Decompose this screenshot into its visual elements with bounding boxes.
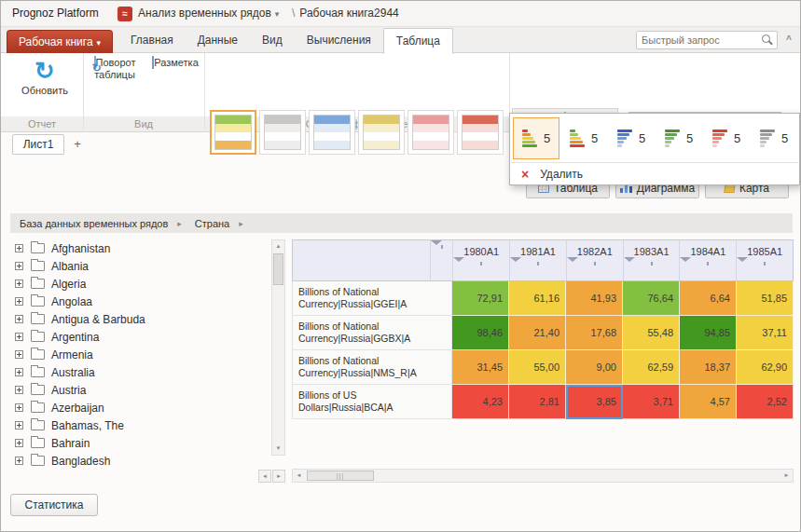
filter-icon[interactable] <box>680 257 736 266</box>
expand-icon[interactable] <box>15 262 23 270</box>
row-header[interactable]: Billions of NationalCurrency|Russia|NMS_… <box>292 350 430 385</box>
scroll-left-icon[interactable]: ◄ <box>293 470 305 482</box>
table-horizontal-scrollbar[interactable]: ◄ ||| ► <box>292 469 794 483</box>
data-cell[interactable]: 9,00 <box>566 350 623 385</box>
filter-icon[interactable] <box>567 257 623 266</box>
data-cell[interactable]: 55,48 <box>623 316 680 350</box>
column-header-1982[interactable]: 1982A1 <box>566 240 623 280</box>
row-header[interactable]: Billions of NationalCurrency|Russia|GGBX… <box>292 316 430 350</box>
table-style-option-6[interactable] <box>457 110 504 155</box>
layout-button[interactable]: Разметка <box>148 57 202 69</box>
tree-scroll-right-icon[interactable]: ► <box>272 470 285 483</box>
breadcrumb-arrow-icon[interactable]: ▸ <box>235 219 247 228</box>
data-cell[interactable]: 2,52 <box>737 385 794 419</box>
breadcrumb-arrow-icon[interactable]: ▸ <box>173 219 186 228</box>
expand-icon[interactable] <box>15 457 23 465</box>
filter-icon[interactable] <box>453 257 509 266</box>
scrollbar-thumb[interactable] <box>273 253 283 285</box>
data-cell[interactable]: 55,00 <box>509 350 566 385</box>
data-cell[interactable]: 2,81 <box>509 385 566 419</box>
data-cell[interactable]: 94,85 <box>680 316 737 350</box>
breadcrumb-item-country[interactable]: Страна <box>186 218 235 229</box>
color-scale-option-5[interactable]: 5 <box>703 117 750 159</box>
expand-icon[interactable] <box>15 403 23 412</box>
data-cell[interactable]: 31,45 <box>452 350 509 385</box>
add-sheet-button[interactable]: + <box>66 134 89 155</box>
column-header-1980[interactable]: 1980A1 <box>452 240 509 280</box>
expand-icon[interactable] <box>15 315 23 323</box>
tab-vychisleniya[interactable]: Вычисления <box>295 28 383 53</box>
filter-icon[interactable] <box>431 240 452 249</box>
collapse-ribbon-icon[interactable]: ^ <box>782 34 795 47</box>
scroll-right-icon[interactable]: ► <box>780 470 793 482</box>
column-header-1983[interactable]: 1983A1 <box>623 240 680 280</box>
tree-item-afghanistan[interactable]: Afghanistan <box>10 239 269 257</box>
data-cell[interactable]: 6,64 <box>680 281 737 316</box>
filter-icon[interactable] <box>737 257 793 266</box>
tree-item-azerbaijan[interactable]: Azerbaijan <box>10 399 269 416</box>
expand-icon[interactable] <box>15 421 23 430</box>
tree-vertical-scrollbar[interactable]: ▲ ▼ <box>271 239 285 456</box>
table-style-option-4[interactable] <box>358 110 405 155</box>
scroll-up-icon[interactable]: ▲ <box>272 240 284 252</box>
breadcrumb-item-database[interactable]: База данных временных рядов <box>10 218 173 229</box>
tree-item-bahamas[interactable]: Bahamas, The <box>10 416 269 434</box>
data-cell-selected[interactable]: 3,85 <box>566 385 623 419</box>
tree-scroll-left-icon[interactable]: ◄ <box>258 470 271 483</box>
quick-search-box[interactable] <box>636 31 778 49</box>
search-input[interactable] <box>637 32 756 48</box>
tree-item-antigua[interactable]: Antigua & Barbuda <box>10 310 269 328</box>
table-style-option-1[interactable] <box>210 110 256 155</box>
color-scale-option-6[interactable]: 5 <box>751 117 797 159</box>
scroll-down-icon[interactable]: ▼ <box>272 443 284 455</box>
expand-icon[interactable] <box>15 350 23 359</box>
data-cell[interactable]: 4,57 <box>680 385 737 419</box>
data-cell[interactable]: 3,71 <box>623 385 680 419</box>
expand-icon[interactable] <box>15 368 23 376</box>
filter-icon[interactable] <box>624 257 680 266</box>
expand-icon[interactable] <box>15 333 23 341</box>
data-cell[interactable]: 37,11 <box>737 316 794 350</box>
color-scale-option-3[interactable]: 5 <box>608 117 655 159</box>
tree-item-angola[interactable]: Angolaa <box>10 293 269 310</box>
tree-item-austria[interactable]: Austria <box>10 381 269 399</box>
tab-glavnaya[interactable]: Главная <box>118 28 186 53</box>
pivot-table-button[interactable]: ↻ Поворот таблицы <box>85 57 145 81</box>
data-cell[interactable]: 98,46 <box>452 316 509 350</box>
row-header[interactable]: Billions of USDollars|Russia|BCA|A <box>292 385 430 419</box>
workbook-menu-button[interactable]: Рабочая книга▾ <box>7 30 113 53</box>
data-cell[interactable]: 17,68 <box>566 316 623 350</box>
tree-item-armenia[interactable]: Armenia <box>10 346 269 363</box>
tab-vid[interactable]: Вид <box>250 28 295 53</box>
expand-icon[interactable] <box>15 297 23 306</box>
scrollbar-thumb[interactable]: ||| <box>307 471 374 481</box>
tree-item-algeria[interactable]: Algeria <box>10 275 269 293</box>
data-cell[interactable]: 18,37 <box>680 350 737 385</box>
data-cell[interactable]: 21,40 <box>509 316 566 350</box>
color-scale-option-1[interactable]: 5 <box>513 117 559 159</box>
sheet-tab-list1[interactable]: Лист1 <box>12 134 64 155</box>
data-cell[interactable]: 4,23 <box>452 385 509 419</box>
document-menu[interactable]: Анализ временных рядов▾ <box>138 1 279 27</box>
data-cell[interactable]: 41,93 <box>566 281 623 316</box>
table-style-option-3[interactable] <box>309 110 355 155</box>
statistics-button[interactable]: Статистика <box>10 494 98 516</box>
tree-item-australia[interactable]: Australia <box>10 363 269 381</box>
tree-item-albania[interactable]: Albania <box>10 257 269 275</box>
column-header-1981[interactable]: 1981A1 <box>509 240 566 280</box>
data-cell[interactable]: 76,64 <box>623 281 680 316</box>
refresh-button[interactable]: ↻ Обновить <box>14 57 76 97</box>
data-cell[interactable]: 62,90 <box>737 350 794 385</box>
data-cell[interactable]: 61,16 <box>509 281 566 316</box>
row-header[interactable]: Billions of NationalCurrency|Russia|GGEI… <box>292 281 430 316</box>
expand-icon[interactable] <box>15 280 23 288</box>
column-header-1985[interactable]: 1985A1 <box>736 240 793 280</box>
tree-item-bahrain[interactable]: Bahrain <box>10 434 269 452</box>
color-scale-option-2[interactable]: 5 <box>560 117 607 159</box>
tree-item-bangladesh[interactable]: Bangladesh <box>10 452 269 470</box>
color-scale-option-4[interactable]: 5 <box>656 117 702 159</box>
tab-dannye[interactable]: Данные <box>186 28 250 53</box>
search-icon[interactable] <box>762 34 773 46</box>
delete-formatting-menu-item[interactable]: ×Удалить <box>511 163 798 185</box>
filter-icon[interactable] <box>510 257 566 266</box>
